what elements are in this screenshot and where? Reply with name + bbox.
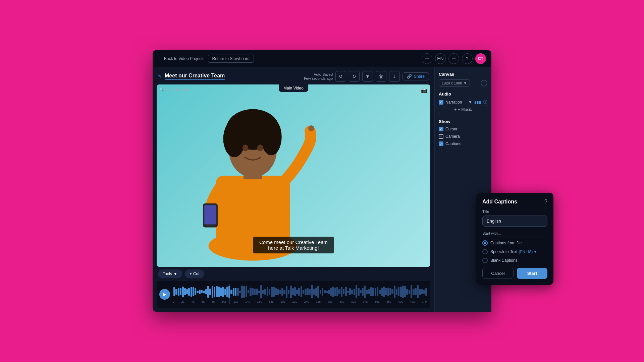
video-label: Main Video [279, 84, 308, 92]
caption-overlay: Come meet our Creative Team here at Talk… [253, 237, 334, 253]
undo-icon: ↺ [339, 74, 343, 79]
music-button[interactable]: + + Music [439, 105, 487, 114]
svg-point-11 [308, 125, 314, 131]
cursor-checkbox[interactable]: ✓ [439, 127, 443, 131]
zoom-preview-label: 🔍 Zoom Preview [159, 87, 189, 92]
edit-icon: ✎ [158, 74, 162, 79]
back-button[interactable]: ← Back to Video Projects [158, 56, 205, 61]
narration-dropdown[interactable]: ▼ [468, 100, 472, 105]
tools-dropdown-icon: ▼ [173, 272, 177, 276]
radio-inner-selected [484, 242, 486, 244]
menu-icon-button[interactable]: ☰ [422, 53, 432, 64]
project-title: Meet our Creative Team [165, 73, 225, 80]
cut-button[interactable]: + Cut [185, 269, 204, 278]
canvas-size-label: 644 x 362 [442, 81, 462, 85]
play-button[interactable]: ▶ [159, 289, 170, 300]
cursor-label: Cursor [445, 127, 487, 131]
scissors-icon: + [190, 272, 192, 276]
modal-actions: Cancel Start [482, 268, 547, 279]
download-button[interactable]: ⇓ [389, 71, 400, 82]
speech-to-text-label: Speech-to-Text [490, 249, 518, 254]
speech-locale-label: (EN-US) [519, 250, 533, 254]
help-icon: ? [466, 56, 469, 61]
start-button[interactable]: Start [517, 268, 547, 279]
search-icon: 🔍 [159, 87, 164, 92]
svg-point-7 [243, 144, 249, 151]
narration-label: Narration [445, 100, 466, 105]
canvas-size-row: 644 x 362 ▼ [439, 79, 487, 87]
delete-button[interactable]: 🗑 [376, 71, 386, 82]
chevron-down-icon: ▼ [365, 74, 370, 79]
captions-from-file-option[interactable]: Captions from file [482, 240, 547, 246]
trash-icon: 🗑 [379, 74, 383, 79]
waveform [173, 284, 428, 299]
nav-icons: ☰ EN ☴ ? CT [422, 53, 486, 64]
cursor-row: ✓ Cursor [439, 127, 487, 131]
audio-bars-icon: ▮▮▮ [474, 100, 481, 105]
share-icon: 🔗 [407, 74, 412, 79]
video-container: Main Video 🔍 Zoom Preview 📷 [157, 84, 430, 267]
camera-row: Camera [439, 134, 487, 139]
speech-to-text-row: Speech-to-Text (EN-US) ▼ [490, 249, 537, 254]
info-icon[interactable]: ⓘ [483, 99, 487, 105]
tools-bar: Tools ▼ + Cut [157, 269, 430, 278]
more-options-button[interactable]: ▼ [362, 71, 373, 82]
narration-checkbox[interactable]: ✓ [439, 100, 443, 105]
timeline-labels: 02s4s6s8s10s12s14s16s18s20s22s24s26s28s3… [173, 300, 428, 303]
narration-row: ✓ Narration ▼ ▮▮▮ ⓘ [439, 99, 487, 105]
timeline: ▶ 02s4s6s8s10s12s14s16s18s20s22s24s26s28… [157, 281, 430, 308]
audio-section-title: Audio [439, 92, 487, 97]
accessibility-icon: ☴ [452, 56, 456, 61]
title-actions: Auto Saved Few seconds ago ↺ ↻ ▼ 🗑 [304, 71, 429, 82]
main-content: ✎ Meet our Creative Team Auto Saved Few … [153, 67, 491, 312]
modal-title-field-label: Title [482, 209, 547, 214]
share-button[interactable]: 🔗 Share [402, 72, 429, 80]
avatar[interactable]: CT [475, 53, 486, 64]
timeline-controls: ▶ 02s4s6s8s10s12s14s16s18s20s22s24s26s28… [159, 284, 428, 305]
music-label: + Music [458, 107, 472, 112]
captions-label: Captions [445, 141, 487, 146]
video-frame: Come meet our Creative Team here at Talk… [157, 84, 430, 267]
tools-label: Tools [163, 272, 172, 276]
speech-to-text-option[interactable]: Speech-to-Text (EN-US) ▼ [482, 249, 547, 254]
modal-title: Add Captions [482, 199, 517, 205]
redo-button[interactable]: ↻ [349, 71, 360, 82]
camera-checkbox[interactable] [439, 134, 443, 139]
redo-icon: ↻ [352, 74, 356, 79]
speech-to-text-radio[interactable] [482, 249, 488, 254]
share-label: Share [414, 74, 425, 79]
captions-from-file-radio[interactable] [482, 240, 488, 246]
modal-header: Add Captions ? [482, 199, 547, 205]
undo-button[interactable]: ↺ [335, 71, 346, 82]
speech-locale[interactable]: (EN-US) ▼ [519, 250, 537, 254]
camera-label: Camera [445, 134, 487, 139]
camera-icon[interactable]: 📷 [421, 87, 428, 94]
canvas-size-button[interactable]: 644 x 362 ▼ [439, 79, 470, 87]
svg-point-5 [223, 120, 245, 157]
blank-captions-radio[interactable] [482, 258, 488, 263]
lang-button[interactable]: EN [435, 53, 446, 64]
svg-point-6 [261, 118, 282, 155]
accessibility-button[interactable]: ☴ [448, 53, 459, 64]
music-plus-icon: + [454, 107, 457, 112]
modal-title-input[interactable] [482, 216, 547, 227]
svg-point-8 [257, 144, 263, 151]
cancel-button[interactable]: Cancel [482, 268, 514, 279]
waveform-container[interactable]: 02s4s6s8s10s12s14s16s18s20s22s24s26s28s3… [173, 284, 428, 304]
download-icon: ⇓ [392, 74, 396, 79]
timeline-marker[interactable]: 0:06.80 [229, 284, 229, 304]
blank-captions-option[interactable]: Blank Captions [482, 258, 547, 263]
canvas-section-title: Canvas [439, 72, 487, 77]
captions-checkbox[interactable]: ✓ [439, 141, 443, 146]
play-icon: ▶ [163, 292, 166, 297]
captions-from-file-label: Captions from file [490, 241, 522, 245]
speech-dropdown-icon: ▼ [533, 250, 537, 254]
show-section-title: Show [439, 119, 487, 124]
tools-button[interactable]: Tools ▼ [158, 269, 182, 278]
storyboard-button[interactable]: Return to Storyboard [208, 55, 254, 63]
top-bar: ← Back to Video Projects Return to Story… [153, 50, 491, 67]
help-button[interactable]: ? [462, 53, 473, 64]
svg-rect-10 [204, 205, 216, 224]
modal-help-icon[interactable]: ? [544, 199, 547, 205]
title-bar: ✎ Meet our Creative Team Auto Saved Few … [157, 71, 430, 82]
